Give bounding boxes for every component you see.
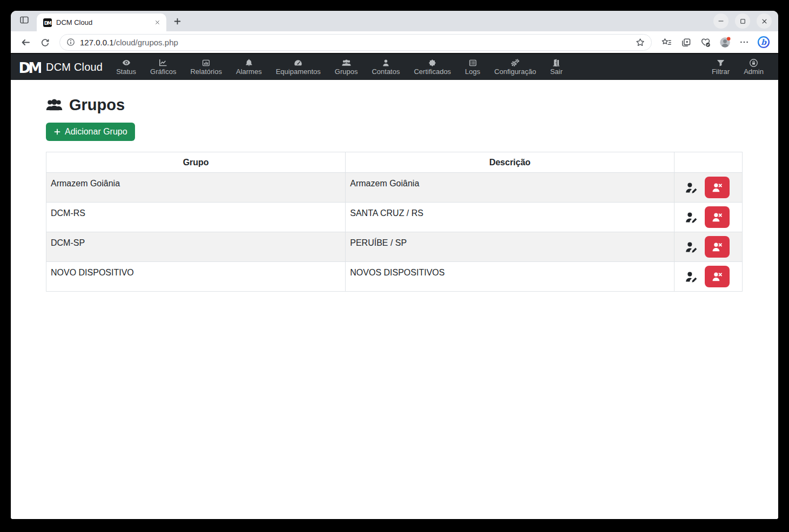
chart-line-icon [159,58,167,67]
edit-group-button[interactable] [685,241,698,253]
url-text: 127.0.0.1/cloud/grupos.php [80,38,631,47]
tab-favicon-icon [43,18,52,27]
nav-item-label: Equipamentos [276,68,321,76]
table-row: NOVO DISPOSITIVO NOVOS DISPOSITIVOS [46,262,743,292]
address-bar[interactable]: 127.0.0.1/cloud/grupos.php [59,34,652,51]
nav-item-logs[interactable]: Logs [458,54,487,80]
nav-item-contatos[interactable]: Contatos [365,54,407,80]
nav-right: Filtrar Admin [705,54,771,80]
nav-item-label: Alarmes [236,68,262,76]
edit-group-button[interactable] [685,181,698,194]
page-content: Grupos Adicionar Grupo Grupo Descrição [11,80,778,519]
cell-descricao: PERUÍBE / SP [346,232,675,262]
cell-grupo: NOVO DISPOSITIVO [46,262,346,292]
refresh-button[interactable] [36,33,54,51]
nav-item-label: Configuração [494,68,536,76]
nav-item-label: Sair [550,68,563,76]
users-icon [46,97,63,113]
nav-item-grupos[interactable]: Grupos [328,54,365,80]
cell-actions [675,262,743,292]
nav-item-filtrar[interactable]: Filtrar [705,54,737,80]
collections-icon[interactable] [677,33,695,51]
minimize-button[interactable] [713,14,729,29]
profile-avatar[interactable] [716,33,734,51]
table-row: DCM-SP PERUÍBE / SP [46,232,743,262]
nav-item-equipamentos[interactable]: Equipamentos [269,54,328,80]
edit-group-button[interactable] [685,271,698,283]
browser-tab[interactable]: DCM Cloud [37,14,166,31]
cogs-icon [510,58,520,67]
certificate-icon [428,58,436,67]
nav-item-relatorios[interactable]: Relatórios [183,54,229,80]
tab-close-icon[interactable] [152,18,162,28]
screen: DCM Cloud 127.0.0.1/cloud/grupos.php [0,0,789,532]
more-menu-icon[interactable] [735,33,753,51]
door-open-icon [552,58,561,67]
bell-icon [245,58,253,67]
nav-items: Status Gráficos Relatórios Alarmes Equip… [109,54,570,80]
list-icon [469,58,477,67]
cell-actions [675,203,743,232]
delete-group-button[interactable] [705,177,730,198]
maximize-button[interactable] [735,14,750,29]
page-title-text: Grupos [69,96,125,114]
table-header-row: Grupo Descrição [46,152,743,173]
eye-icon [122,58,131,67]
user-lock-icon [749,58,758,67]
favorites-list-icon[interactable] [657,33,676,51]
edit-group-button[interactable] [685,211,698,224]
nav-item-graficos[interactable]: Gráficos [143,54,183,80]
cell-grupo: DCM-SP [46,232,346,262]
table-row: Armazem Goiânia Armazem Goiânia [46,173,743,203]
delete-group-button[interactable] [705,236,730,258]
browser-titlebar: DCM Cloud [11,11,778,31]
nav-item-label: Filtrar [712,68,730,76]
cell-descricao: NOVOS DISPOSITIVOS [346,262,675,292]
window-controls [713,14,772,29]
tachometer-icon [294,58,302,67]
browser-essentials-icon[interactable] [696,33,714,51]
nav-item-sair[interactable]: Sair [543,54,570,80]
add-group-button-label: Adicionar Grupo [65,127,127,137]
column-header-grupo: Grupo [46,152,346,173]
browser-window: DCM Cloud 127.0.0.1/cloud/grupos.php [11,11,778,519]
new-tab-button[interactable] [170,14,185,29]
nav-item-alarmes[interactable]: Alarmes [229,54,269,80]
favorite-star-icon[interactable] [636,38,645,47]
delete-group-button[interactable] [705,206,730,228]
dcm-monogram-icon [19,58,41,76]
nav-item-status[interactable]: Status [109,54,143,80]
add-group-button[interactable]: Adicionar Grupo [46,123,135,141]
cell-actions [675,173,743,203]
browser-toolbar: 127.0.0.1/cloud/grupos.php [11,31,778,53]
nav-item-label: Admin [744,68,764,76]
nav-item-label: Gráficos [150,68,176,76]
user-icon [382,58,390,67]
brand-name: DCM Cloud [46,61,103,73]
back-button[interactable] [16,33,35,51]
chart-bar-icon [202,58,210,67]
cell-grupo: Armazem Goiânia [46,173,346,203]
close-button[interactable] [757,14,772,29]
nav-item-label: Certificados [414,68,451,76]
url-host: 127.0.0.1 [80,38,114,47]
tab-title: DCM Cloud [56,18,148,26]
tab-actions-button[interactable] [16,12,32,28]
cell-grupo: DCM-RS [46,203,346,232]
nav-item-certificados[interactable]: Certificados [407,54,458,80]
delete-group-button[interactable] [705,266,730,287]
nav-item-configuracao[interactable]: Configuração [487,54,543,80]
nav-item-label: Grupos [335,68,358,76]
page-title: Grupos [46,96,743,114]
nav-item-label: Logs [465,68,480,76]
table-row: DCM-RS SANTA CRUZ / RS [46,203,743,232]
user-times-icon [712,182,723,193]
brand[interactable]: DCM Cloud [19,58,103,76]
nav-item-admin[interactable]: Admin [737,54,771,80]
user-times-icon [712,212,723,223]
user-times-icon [712,271,723,282]
nav-item-label: Status [116,68,136,76]
bing-chat-icon[interactable] [754,33,773,51]
site-info-icon[interactable] [66,38,75,46]
column-header-descricao: Descrição [346,152,675,173]
